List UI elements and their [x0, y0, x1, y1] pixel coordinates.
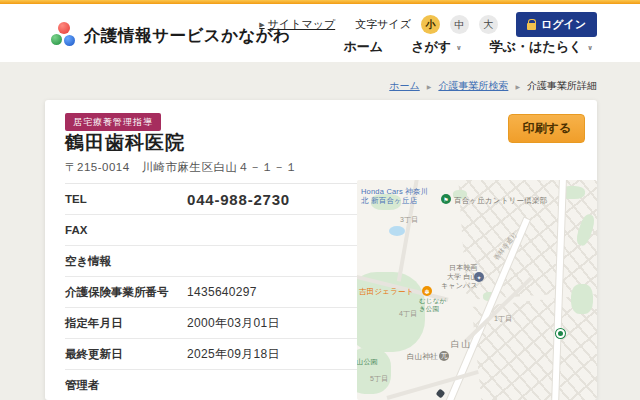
breadcrumb-search-link[interactable]: 介護事業所検索	[438, 79, 508, 93]
nav-search-label: さがす	[411, 38, 451, 56]
poi-marker-icon	[436, 389, 446, 399]
login-label: ログイン	[541, 17, 586, 32]
breadcrumb-separator-icon: ▶	[515, 83, 520, 90]
table-row: 管理者	[65, 370, 357, 400]
table-row: 最終更新日 2025年09月18日	[65, 339, 357, 370]
font-size-large-button[interactable]: 大	[479, 15, 498, 34]
row-label: 指定年月日	[65, 316, 187, 331]
row-label: TEL	[65, 193, 187, 205]
font-size-medium-button[interactable]: 中	[450, 15, 469, 34]
map-label: 3丁目	[400, 216, 419, 225]
table-row: 指定年月日 2000年03月01日	[65, 308, 357, 339]
map-label: むじなが き公園	[419, 297, 446, 313]
map-label: 4丁目	[399, 310, 418, 319]
table-row: 空き情報	[65, 246, 357, 277]
row-label: FAX	[65, 224, 187, 236]
font-size-small-button[interactable]: 小	[421, 15, 440, 34]
nav-learn-work-label: 学ぶ・はたらく	[490, 38, 583, 56]
table-row: TEL 044-988-2730	[65, 184, 357, 215]
site-logo-link[interactable]: 介護情報サービスかながわ	[50, 22, 291, 49]
utility-bar: ▶ サイトマップ 文字サイズ 小 中 大 ログイン	[259, 12, 597, 37]
sitemap-label: サイトマップ	[268, 17, 336, 32]
table-row: FAX	[65, 215, 357, 246]
print-button[interactable]: 印刷する	[508, 114, 585, 143]
chevron-down-icon: ∨	[587, 44, 593, 52]
gelato-shop-icon: ✽	[422, 286, 432, 296]
map-label: 百合ヶ丘カントリー倶楽部	[454, 196, 547, 205]
row-value-tel: 044-988-2730	[187, 191, 290, 208]
row-value: 2000年03月01日	[187, 315, 280, 332]
map-label: 吉田ジェラート	[359, 287, 414, 296]
row-label: 管理者	[65, 378, 187, 393]
chevron-down-icon: ∨	[456, 44, 462, 52]
facility-address: 〒215-0014 川崎市麻生区白山４－１－１	[65, 160, 298, 175]
shrine-icon: 兀	[439, 351, 449, 361]
site-header: 介護情報サービスかながわ ▶ サイトマップ 文字サイズ 小 中 大 ログイン ホ…	[0, 4, 640, 62]
font-size-label: 文字サイズ	[355, 17, 411, 32]
breadcrumb-separator-icon: ▶	[427, 83, 432, 90]
service-type-badge: 居宅療養管理指導	[65, 113, 161, 131]
map-pond	[389, 226, 405, 236]
login-button[interactable]: ログイン	[516, 12, 597, 37]
arrow-right-icon: ▶	[259, 21, 264, 29]
row-value: 2025年09月18日	[187, 346, 280, 363]
nav-search[interactable]: さがす∨	[411, 38, 462, 56]
poi-marker-icon	[556, 329, 565, 338]
page-root: 介護情報サービスかながわ ▶ サイトマップ 文字サイズ 小 中 大 ログイン ホ…	[0, 0, 640, 400]
breadcrumb-home-link[interactable]: ホーム	[389, 79, 419, 93]
row-value: 1435640297	[187, 285, 257, 299]
lock-icon	[527, 23, 536, 30]
facility-name: 鶴田歯科医院	[65, 130, 185, 156]
facility-info-table: TEL 044-988-2730 FAX 空き情報 介護保険事業所番号 1435…	[65, 183, 357, 400]
facility-detail-card: 居宅療養管理指導 印刷する 鶴田歯科医院 〒215-0014 川崎市麻生区白山４…	[45, 100, 597, 400]
nav-home-label: ホーム	[344, 38, 384, 56]
map-label: 1丁目	[494, 315, 513, 324]
map-green-area	[357, 348, 391, 394]
row-label: 空き情報	[65, 254, 187, 269]
map-label: 日本映画 大学 白山 キャンパス	[441, 264, 478, 290]
map-label: 白山神社	[407, 352, 438, 361]
main-nav: ホーム さがす∨ 学ぶ・はたらく∨	[344, 38, 593, 56]
sitemap-link[interactable]: ▶ サイトマップ	[259, 17, 335, 32]
breadcrumb: ホーム ▶ 介護事業所検索 ▶ 介護事業所詳細	[389, 79, 597, 93]
map-label: 白山	[451, 339, 471, 350]
row-label: 介護保険事業所番号	[65, 285, 187, 300]
map-label: 白山公園	[357, 358, 378, 367]
nav-home[interactable]: ホーム	[344, 38, 384, 56]
map-label: 5丁目	[370, 375, 389, 384]
map-road	[386, 370, 478, 400]
breadcrumb-current: 介護事業所詳細	[527, 79, 597, 93]
table-row: 介護保険事業所番号 1435640297	[65, 277, 357, 308]
map-label: Honda Cars 神奈川 北 新百合ヶ丘店	[361, 187, 428, 206]
golf-course-icon: ⚑	[441, 194, 451, 204]
site-logo-icon	[50, 22, 77, 49]
nav-learn-work[interactable]: 学ぶ・はたらく∨	[490, 38, 593, 56]
google-map[interactable]: ⚑ ✦ ✽ 兀 Honda Cars 神奈川 北 新百合ヶ丘店 百合ヶ丘カントリ…	[357, 180, 597, 400]
row-label: 最終更新日	[65, 347, 187, 362]
map-green-area	[571, 284, 593, 314]
